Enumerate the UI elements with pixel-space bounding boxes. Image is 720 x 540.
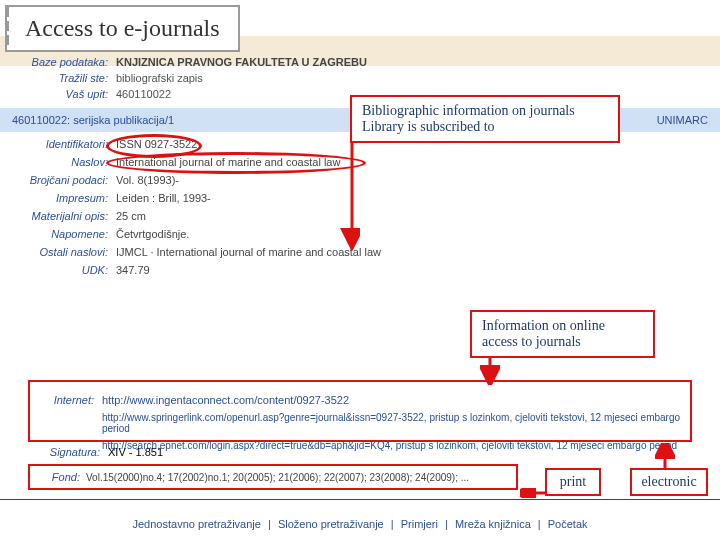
napomene-label: Napomene:	[18, 228, 108, 240]
issn-value: ISSN 0927-3522	[116, 138, 197, 150]
query-value: 460110022	[116, 88, 171, 100]
annotation-print: print	[545, 468, 601, 496]
mat-label: Materijalni opis:	[18, 210, 108, 222]
fond-value: Vol.15(2000)no.4; 17(2002)no.1; 20(2005)…	[86, 472, 469, 483]
ostali-label: Ostali naslovi:	[18, 246, 108, 258]
internet-link-1[interactable]: http://www.ingentaconnect.com/content/09…	[102, 394, 349, 406]
annotation-electronic: electronic	[630, 468, 708, 496]
num-value: Vol. 8(1993)-	[116, 174, 179, 186]
internet-link-3[interactable]: http://search.epnet.com/login.aspx?direc…	[102, 440, 677, 451]
db-value: KNJIZNICA PRAVNOG FAKULTETA U ZAGREBU	[116, 56, 367, 68]
footer-link[interactable]: Primjeri	[401, 518, 438, 530]
sig-value: XIV - 1.851	[108, 446, 163, 458]
udk-label: UDK:	[18, 264, 108, 276]
internet-link-2[interactable]: http://www.springerlink.com/openurl.asp?…	[102, 412, 686, 434]
ident-label: Identifikatori:	[18, 138, 108, 150]
footer-link[interactable]: Složeno pretraživanje	[278, 518, 384, 530]
internet-links-box: Internet:http://www.ingentaconnect.com/c…	[28, 380, 692, 442]
udk-value: 347.79	[116, 264, 150, 276]
napomene-value: Četvrtgodišnje.	[116, 228, 189, 240]
annotation-online: Information on online access to journals	[470, 310, 655, 358]
footer-link[interactable]: Jednostavno pretraživanje	[133, 518, 261, 530]
searched-label: Tražili ste:	[18, 72, 108, 84]
holdings-box: Fond: Vol.15(2000)no.4; 17(2002)no.1; 20…	[28, 464, 518, 490]
num-label: Brojčani podaci:	[18, 174, 108, 186]
slide-title: Access to e-journals	[5, 5, 240, 52]
impresum-value: Leiden : Brill, 1993-	[116, 192, 211, 204]
unimarc-link[interactable]: UNIMARC	[657, 114, 708, 126]
mat-value: 25 cm	[116, 210, 146, 222]
fond-label: Fond:	[40, 471, 80, 483]
footer-link[interactable]: Mreža knjižnica	[455, 518, 531, 530]
db-label: Baze podataka:	[18, 56, 108, 68]
footer-link[interactable]: Početak	[548, 518, 588, 530]
annotation-bibliographic: Bibliographic information on journals Li…	[350, 95, 620, 143]
footer-nav: Jednostavno pretraživanje | Složeno pret…	[0, 518, 720, 530]
impresum-label: Impresum:	[18, 192, 108, 204]
ostali-value: IJMCL · International journal of marine …	[116, 246, 381, 258]
searched-value: bibliografski zapis	[116, 72, 203, 84]
sig-label: Signatura:	[20, 446, 100, 458]
journal-title: International journal of marine and coas…	[116, 156, 340, 168]
title-label: Naslov:	[18, 156, 108, 168]
internet-label: Internet:	[34, 394, 94, 406]
query-label: Vaš upit:	[18, 88, 108, 100]
